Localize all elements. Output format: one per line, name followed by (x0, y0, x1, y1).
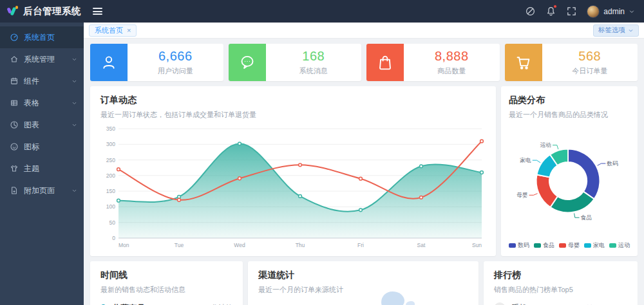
card-title: 品类分布 (509, 95, 630, 106)
ranking-card: 排行榜 销售商品的热门榜单Top5 1 手机 销量：10000 (484, 261, 638, 305)
legend-swatch (559, 243, 566, 248)
card-title: 渠道统计 (258, 270, 468, 281)
dashboard-content: 6,666用户访问量168系统消息8,888商品数量568今日订单量 订单动态 … (84, 39, 644, 305)
svg-text:食品: 食品 (581, 214, 592, 221)
order-dynamics-card: 订单动态 最近一周订单状态，包括订单成交量和订单退货量 050100150200… (90, 86, 496, 256)
category-donut-chart: 数码食品母婴家电运动 (509, 120, 630, 241)
charts-row: 订单动态 最近一周订单状态，包括订单成交量和订单退货量 050100150200… (90, 86, 638, 256)
stat-value: 8,888 (435, 49, 469, 64)
stat-value: 568 (578, 49, 601, 64)
dashboard-icon (10, 33, 19, 42)
pie-clock-icon (10, 120, 19, 129)
svg-text:0: 0 (112, 235, 115, 241)
chevron-down-icon (71, 79, 77, 84)
app-screen: 后台管理系统 (0, 0, 644, 305)
smiley-icon (10, 142, 19, 151)
legend-swatch (534, 243, 541, 248)
card-subtitle: 最近一个月的订单来源统计 (258, 285, 468, 295)
legend-item[interactable]: 运动 (609, 241, 630, 250)
chevron-down-icon (71, 122, 77, 128)
bottom-row: 时间线 最新的销售动态和活动信息 收藏商品 30分钟前 xxx收藏了 (90, 261, 638, 305)
stat-label: 系统消息 (299, 66, 328, 76)
svg-text:350: 350 (106, 125, 115, 132)
svg-text:数码: 数码 (607, 160, 618, 166)
chevron-down-icon (71, 100, 77, 106)
tab-label: 系统首页 (95, 26, 123, 35)
card-title: 订单动态 (100, 95, 486, 106)
app-title: 后台管理系统 (23, 5, 81, 17)
sidebar-item-1[interactable]: 系统管理 (0, 48, 84, 70)
legend-swatch (509, 243, 516, 248)
stat-card-3: 568今日订单量 (505, 44, 638, 81)
timeline-card: 时间线 最新的销售动态和活动信息 收藏商品 30分钟前 xxx收藏了 (90, 261, 243, 305)
logo-area: 后台管理系统 (0, 5, 84, 17)
sidebar-item-6[interactable]: 主题 (0, 158, 84, 180)
svg-text:Sun: Sun (472, 242, 482, 248)
bag-icon (366, 44, 404, 81)
svg-text:Fri: Fri (357, 242, 364, 248)
channel-stats-card: 渠道统计 最近一个月的订单来源统计 (248, 261, 478, 305)
notification-badge (553, 5, 557, 8)
sidebar-item-5[interactable]: 图标 (0, 136, 84, 158)
card-title: 时间线 (100, 270, 232, 281)
calendar-icon (10, 77, 19, 86)
stat-label: 用户访问量 (158, 66, 193, 76)
sidebar: 系统首页系统管理组件表格图表图标主题附加页面 (0, 23, 84, 305)
stat-card-0: 6,666用户访问量 (90, 44, 223, 81)
svg-text:250: 250 (106, 157, 115, 163)
table-icon (10, 98, 19, 107)
card-subtitle: 最近一个月销售商品的品类情况 (509, 110, 630, 120)
rank-item: 1 手机 销量：10000 (494, 302, 627, 305)
sidebar-item-4[interactable]: 图表 (0, 114, 84, 136)
home-icon (10, 55, 19, 64)
legend-item[interactable]: 食品 (534, 241, 554, 250)
svg-text:100: 100 (106, 203, 115, 210)
rank-badge: 1 (494, 302, 506, 305)
user-menu[interactable]: admin (587, 5, 635, 18)
category-distribution-card: 品类分布 最近一个月销售商品的品类情况 数码食品母婴家电运动 数码食品母婴家电运… (501, 86, 638, 256)
legend-item[interactable]: 母婴 (559, 241, 580, 250)
tab-bar: 系统首页 × 标签选项 (84, 23, 644, 39)
legend-item[interactable]: 家电 (584, 241, 605, 250)
tab-home[interactable]: 系统首页 × (89, 24, 137, 37)
user-name: admin (603, 7, 625, 16)
stat-label: 今日订单量 (572, 66, 607, 76)
app-logo-icon (7, 6, 18, 17)
stat-value: 168 (302, 49, 325, 64)
slash-circle-icon[interactable] (525, 6, 536, 17)
legend-swatch (584, 243, 591, 248)
bell-icon[interactable] (545, 6, 556, 17)
sidebar-item-2[interactable]: 组件 (0, 70, 84, 92)
svg-text:母婴: 母婴 (516, 192, 528, 198)
order-line-chart: 050100150200250300350MonTueWedThuFriSatS… (100, 122, 486, 258)
rank-product-name: 手机 (511, 303, 586, 305)
sidebar-item-3[interactable]: 表格 (0, 92, 84, 114)
card-subtitle: 最新的销售动态和活动信息 (100, 285, 232, 295)
card-title: 排行榜 (494, 270, 627, 281)
sidebar-menu: 系统首页系统管理组件表格图表图标主题附加页面 (0, 23, 84, 201)
top-header: 后台管理系统 (0, 0, 644, 23)
user-icon (90, 44, 128, 81)
stat-value: 6,666 (158, 49, 193, 64)
tab-options-button[interactable]: 标签选项 (593, 24, 639, 37)
legend-swatch (609, 243, 616, 248)
sidebar-item-7[interactable]: 附加页面 (0, 180, 84, 201)
svg-text:Sat: Sat (417, 242, 426, 248)
svg-text:家电: 家电 (520, 157, 531, 163)
document-icon (10, 186, 19, 195)
chevron-down-icon (71, 188, 77, 194)
tshirt-icon (10, 164, 19, 173)
main-area: 系统首页 × 标签选项 6,666用户访问量168系统消息8,888商品数量56… (84, 23, 644, 305)
sidebar-item-0[interactable]: 系统首页 (0, 26, 84, 48)
svg-text:150: 150 (106, 188, 115, 194)
cart-icon (505, 44, 542, 81)
svg-text:50: 50 (109, 219, 116, 226)
fullscreen-icon[interactable] (566, 6, 577, 17)
donut-legend: 数码食品母婴家电运动 (509, 241, 630, 252)
svg-text:Mon: Mon (118, 242, 129, 248)
collapse-menu-icon[interactable] (90, 4, 105, 19)
legend-item[interactable]: 数码 (509, 241, 529, 250)
chevron-down-icon (629, 8, 635, 15)
avatar[interactable] (587, 5, 600, 18)
tab-close-icon[interactable]: × (127, 27, 131, 34)
